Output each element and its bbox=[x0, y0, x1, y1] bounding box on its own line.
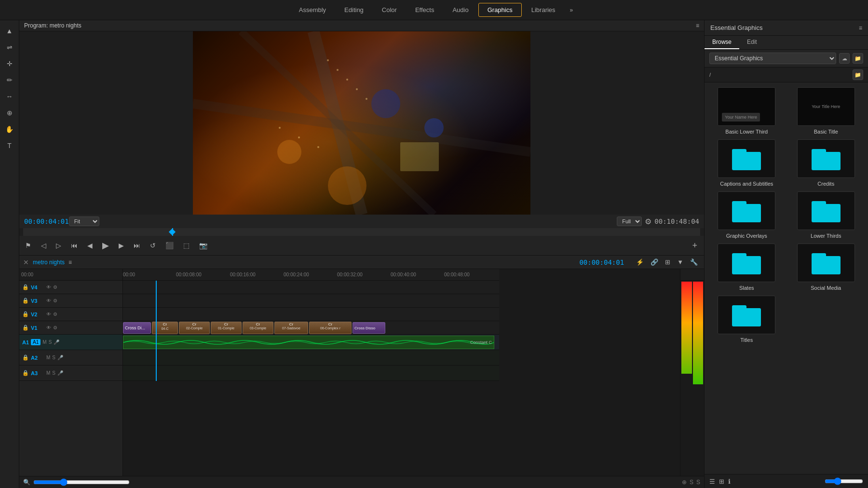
timeline-menu-icon[interactable]: ≡ bbox=[68, 259, 72, 266]
settings-icon-v1[interactable]: ⚙ bbox=[53, 325, 57, 330]
tab-edit[interactable]: Edit bbox=[739, 36, 765, 49]
settings-icon-v2[interactable]: ⚙ bbox=[53, 312, 57, 317]
step-back-button[interactable]: ◁ bbox=[38, 240, 49, 251]
clip-03comple[interactable]: Cr 03-Comple bbox=[243, 322, 273, 334]
lock-icon-v2[interactable]: 🔒 bbox=[22, 311, 29, 317]
panel-menu-icon[interactable]: ≡ bbox=[859, 25, 862, 31]
mark-in-button[interactable]: ⚑ bbox=[22, 240, 34, 251]
timeline-tool-magnet[interactable]: ⊞ bbox=[663, 258, 673, 267]
clip-07sadovoe[interactable]: Cr 07-Sadovoe bbox=[274, 322, 308, 334]
graphics-item-social-media[interactable]: Social Media bbox=[789, 244, 864, 291]
panel-zoom-slider[interactable] bbox=[825, 477, 863, 485]
tool-track-select[interactable]: ↔ bbox=[2, 90, 17, 103]
lock-icon-a2[interactable]: 🔒 bbox=[22, 354, 29, 361]
tab-browse[interactable]: Browse bbox=[705, 36, 739, 49]
info-icon[interactable]: ℹ bbox=[728, 478, 731, 485]
settings-icon[interactable]: ⚙ bbox=[645, 217, 651, 226]
time-ruler[interactable]: 00:00 00:00:08:00 00:00:16:00 00:00:24:0… bbox=[123, 269, 499, 281]
graphics-item-captions[interactable]: Captions and Subtitles bbox=[709, 139, 784, 187]
clip-02comple[interactable]: Cr 02-Comple bbox=[179, 322, 210, 334]
timeline-zoom-out-icon[interactable]: 🔍 bbox=[23, 479, 30, 486]
clip-cross-disso[interactable]: Cross Disso bbox=[353, 322, 385, 334]
fit-dropdown[interactable]: Fit25%50%75%100% bbox=[69, 217, 99, 226]
nav-color[interactable]: Color bbox=[373, 3, 406, 16]
prev-frame-button[interactable]: ◀ bbox=[84, 240, 95, 251]
grid-view-icon[interactable]: ⊞ bbox=[719, 478, 724, 485]
solo-icon-a3[interactable]: S bbox=[52, 370, 55, 376]
tool-pen[interactable]: ✏ bbox=[2, 73, 17, 87]
nav-more[interactable]: » bbox=[565, 4, 578, 16]
timeline-settings-icon[interactable]: S bbox=[690, 479, 693, 486]
clip-01comple[interactable]: Cr 01-Comple bbox=[211, 322, 242, 334]
timeline-tool-link[interactable]: 🔗 bbox=[648, 258, 661, 267]
solo-icon-a1[interactable]: S bbox=[49, 339, 52, 345]
graphics-item-graphic-overlays[interactable]: Graphic Overlays bbox=[709, 191, 784, 239]
tool-ripple[interactable]: ✛ bbox=[2, 57, 17, 70]
settings-icon-v4[interactable]: ⚙ bbox=[53, 285, 57, 290]
eye-icon-v1[interactable]: 👁 bbox=[46, 325, 51, 330]
cloud-icon[interactable]: ☁ bbox=[839, 53, 850, 64]
next-frame-button[interactable]: ▶ bbox=[116, 240, 127, 251]
play-button[interactable]: ▶ bbox=[99, 239, 112, 252]
tool-text[interactable]: T bbox=[2, 139, 17, 152]
monitor-scrubber[interactable] bbox=[23, 228, 700, 236]
graphics-item-basic-title[interactable]: Your Title Here Basic Title bbox=[789, 87, 864, 135]
skip-forward-button[interactable]: ⏭ bbox=[131, 240, 143, 251]
timeline-zoom-slider[interactable] bbox=[33, 478, 130, 486]
nav-editing[interactable]: Editing bbox=[336, 3, 372, 16]
nav-graphics[interactable]: Graphics bbox=[478, 3, 522, 17]
tool-select[interactable]: ▲ bbox=[2, 24, 17, 38]
overwrite-button[interactable]: ⬚ bbox=[180, 240, 192, 251]
solo-icon-a2[interactable]: S bbox=[52, 355, 55, 360]
step-forward-button[interactable]: ▷ bbox=[53, 240, 64, 251]
audio-clip-a1[interactable]: Constant C bbox=[123, 336, 494, 349]
mic-icon-a2[interactable]: 🎤 bbox=[57, 355, 63, 360]
tool-razor[interactable]: ⇌ bbox=[2, 41, 17, 54]
loop-button[interactable]: ↺ bbox=[147, 240, 159, 251]
folder-icon-btn[interactable]: 📁 bbox=[853, 53, 863, 64]
mute-icon-a1[interactable]: M bbox=[42, 339, 46, 345]
insert-button[interactable]: ⬛ bbox=[163, 240, 176, 251]
list-view-icon[interactable]: ☰ bbox=[709, 478, 715, 485]
eye-icon-v4[interactable]: 👁 bbox=[46, 285, 51, 290]
nav-libraries[interactable]: Libraries bbox=[523, 3, 564, 16]
mute-icon-a3[interactable]: M bbox=[46, 370, 50, 376]
mic-icon-a1[interactable]: 🎤 bbox=[54, 339, 59, 345]
timeline-solo-icon[interactable]: S bbox=[696, 479, 700, 486]
graphics-item-basic-lower-third[interactable]: Your Name Here Basic Lower Third bbox=[709, 87, 784, 135]
mic-icon-a3[interactable]: 🎤 bbox=[57, 370, 63, 376]
monitor-menu-icon[interactable]: ≡ bbox=[696, 22, 699, 29]
tool-hand[interactable]: ✋ bbox=[2, 122, 17, 136]
timeline-add-track-icon[interactable]: ⊕ bbox=[682, 479, 687, 486]
timeline-tool-snap[interactable]: ⚡ bbox=[634, 258, 646, 267]
clip-04c[interactable]: Cr 04-C bbox=[152, 322, 178, 334]
graphics-item-credits[interactable]: Credits bbox=[789, 139, 864, 187]
graphics-item-lower-thirds[interactable]: Lower Thirds bbox=[789, 191, 864, 239]
clip-06complex[interactable]: Cr 06-Complex r bbox=[309, 322, 352, 334]
settings-icon-v3[interactable]: ⚙ bbox=[53, 298, 57, 303]
export-frame-button[interactable]: 📷 bbox=[196, 240, 210, 251]
timeline-tool-wrench[interactable]: 🔧 bbox=[688, 258, 700, 267]
path-folder-icon[interactable]: 📁 bbox=[853, 69, 863, 80]
clip-cross-di[interactable]: Cross Di... bbox=[123, 322, 151, 334]
lock-icon-v3[interactable]: 🔒 bbox=[22, 298, 29, 304]
timeline-tool-marker[interactable]: ▼ bbox=[675, 258, 686, 267]
graphics-source-dropdown[interactable]: Essential Graphics Local Templates Folde… bbox=[709, 53, 836, 64]
graphics-item-slates[interactable]: Slates bbox=[709, 244, 784, 291]
nav-audio[interactable]: Audio bbox=[444, 3, 477, 16]
eye-icon-v3[interactable]: 👁 bbox=[46, 298, 51, 303]
close-timeline-icon[interactable]: ✕ bbox=[23, 258, 29, 266]
skip-back-button[interactable]: ⏮ bbox=[68, 240, 81, 251]
lock-icon-v1[interactable]: 🔒 bbox=[22, 325, 29, 331]
tool-zoom[interactable]: ⊕ bbox=[2, 106, 17, 120]
nav-effects[interactable]: Effects bbox=[407, 3, 443, 16]
graphics-item-titles[interactable]: Titles bbox=[709, 296, 784, 343]
quality-dropdown[interactable]: Full1/41/2 bbox=[617, 217, 642, 226]
lock-icon-a3[interactable]: 🔒 bbox=[22, 370, 29, 376]
eye-icon-v2[interactable]: 👁 bbox=[46, 312, 51, 317]
lock-icon-v4[interactable]: 🔒 bbox=[22, 284, 29, 290]
mute-icon-a2[interactable]: M bbox=[46, 355, 50, 360]
nav-assembly[interactable]: Assembly bbox=[290, 3, 335, 16]
add-button[interactable]: + bbox=[688, 241, 701, 251]
panel-header: Essential Graphics ≡ bbox=[705, 20, 868, 36]
